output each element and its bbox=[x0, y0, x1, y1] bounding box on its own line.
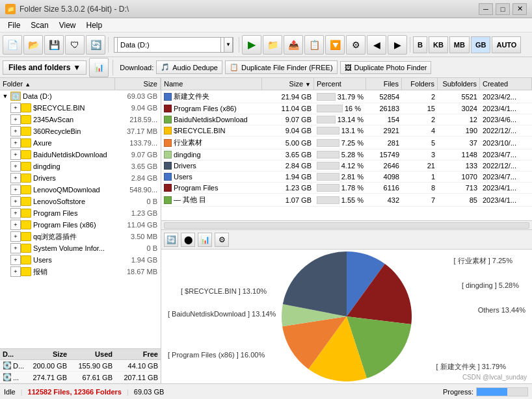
folder-column-header[interactable]: Folder ▲ bbox=[0, 78, 115, 90]
path-input[interactable]: Data (D:) bbox=[117, 37, 221, 53]
scan-dir-button[interactable]: 📁 bbox=[263, 35, 282, 55]
file-list-row[interactable]: $RECYCLE.BIN 9.04 GB 13.1 % 2921 4 190 2… bbox=[161, 125, 532, 136]
refresh-button[interactable]: 🔄 bbox=[86, 35, 105, 55]
file-list-body[interactable]: 新建文件夹 21.94 GB 31.79 % 52854 2 5521 2023… bbox=[161, 90, 532, 216]
menu-scan[interactable]: Scan bbox=[25, 19, 53, 31]
shield-button[interactable]: 🛡 bbox=[65, 35, 85, 55]
tree-item[interactable]: +2345AvScan218.59... bbox=[0, 114, 161, 125]
size-col-header[interactable]: Size ▼ bbox=[262, 78, 314, 90]
forward-button[interactable]: ▶ bbox=[388, 35, 407, 55]
files-folders-button[interactable]: Files and folders ▼ bbox=[3, 60, 86, 75]
chart-refresh-button[interactable]: 🔄 bbox=[164, 233, 178, 247]
file-list-row[interactable]: Program Files 1.23 GB 1.78 % 6116 8 713 … bbox=[161, 183, 532, 194]
tree-item[interactable]: +$RECYCLE.BIN9.04 GB bbox=[0, 102, 161, 114]
tree-item[interactable]: +System Volume Infor...0 B bbox=[0, 242, 161, 254]
duplicate-photo-label: Duplicate Photo Finder bbox=[354, 64, 427, 71]
chart-area: [ 新建文件夹 ] 31.79% [ Program Files (x86) ]… bbox=[161, 250, 532, 383]
new-button[interactable]: 📄 bbox=[3, 35, 22, 55]
clipboard-button[interactable]: 📋 bbox=[304, 35, 324, 55]
horizontal-scrollbar[interactable] bbox=[164, 222, 529, 229]
tree-item[interactable]: +dingding3.65 GB bbox=[0, 161, 161, 172]
expand-button[interactable]: + bbox=[10, 196, 21, 207]
drive-row[interactable]: 💽 D... 200.00 GB 155.90 GB 44.10 GB bbox=[0, 360, 161, 372]
expand-button[interactable]: + bbox=[10, 208, 21, 218]
created-col-header[interactable]: Created bbox=[480, 78, 532, 90]
toolbar2-icon-button[interactable]: 📊 bbox=[89, 58, 109, 77]
tree-item[interactable]: +Drivers2.84 GB bbox=[0, 172, 161, 184]
expand-button[interactable]: + bbox=[10, 243, 21, 253]
file-list-row[interactable]: 新建文件夹 21.94 GB 31.79 % 52854 2 5521 2023… bbox=[161, 90, 532, 103]
drive-row[interactable]: 💽 ... 274.71 GB 67.61 GB 207.11 GB bbox=[0, 372, 161, 383]
file-cell-files: 2646 bbox=[366, 161, 402, 170]
expand-button[interactable]: ▼ bbox=[0, 91, 10, 101]
kb-button[interactable]: KB bbox=[429, 36, 448, 53]
subfolders-col-header[interactable]: Subfolders bbox=[438, 78, 480, 90]
chart-options-button[interactable]: ⚙ bbox=[215, 233, 229, 247]
tree-item[interactable]: +LenovoSoftstore0 B bbox=[0, 196, 161, 207]
folder-tree[interactable]: ▼💿Data (D:)69.03 GB+$RECYCLE.BIN9.04 GB+… bbox=[0, 90, 161, 348]
export-button[interactable]: 📤 bbox=[284, 35, 303, 55]
tree-item[interactable]: ▼💿Data (D:)69.03 GB bbox=[0, 90, 161, 102]
expand-button[interactable]: + bbox=[10, 114, 21, 125]
file-list-row[interactable]: dingding 3.65 GB 5.28 % 15749 3 1148 202… bbox=[161, 149, 532, 161]
file-list-row[interactable]: Program Files (x86) 11.04 GB 16 % 26183 … bbox=[161, 103, 532, 114]
minimize-button[interactable]: ─ bbox=[479, 3, 493, 15]
expand-button[interactable]: + bbox=[10, 173, 21, 183]
expand-button[interactable]: + bbox=[10, 126, 21, 136]
back-button[interactable]: ◀ bbox=[367, 35, 386, 55]
expand-button[interactable]: + bbox=[10, 255, 21, 265]
b-button[interactable]: B bbox=[413, 36, 427, 53]
tree-item-size: 3.65 GB bbox=[117, 162, 159, 170]
size-column-header[interactable]: Size bbox=[115, 78, 161, 90]
expand-button[interactable]: + bbox=[10, 220, 21, 230]
chart-bar-button[interactable]: 📊 bbox=[198, 233, 212, 247]
file-list-row[interactable]: 行业素材 5.00 GB 7.25 % 281 5 37 2023/10/... bbox=[161, 136, 532, 149]
tree-item[interactable]: +LenovoQMDownload548.90... bbox=[0, 184, 161, 196]
tree-item[interactable]: +Program Files (x86)11.04 GB bbox=[0, 219, 161, 231]
file-list-row[interactable]: BaiduNetdiskDownload 9.07 GB 13.14 % 154… bbox=[161, 114, 532, 125]
play-button[interactable]: ▶ bbox=[242, 35, 261, 55]
expand-button[interactable]: + bbox=[10, 138, 21, 148]
expand-button[interactable]: + bbox=[10, 149, 21, 160]
tree-item[interactable]: +Program Files1.23 GB bbox=[0, 207, 161, 219]
duplicate-photo-button[interactable]: 🖼 Duplicate Photo Finder bbox=[340, 61, 432, 74]
name-col-header[interactable]: Name bbox=[161, 78, 262, 90]
pct-col-header[interactable]: Percent bbox=[314, 78, 366, 90]
tree-item[interactable]: +报销18.67 MB bbox=[0, 266, 161, 277]
file-cell-subfolders: 5521 bbox=[438, 92, 480, 101]
expand-button[interactable]: + bbox=[10, 231, 21, 242]
tree-item[interactable]: +Axure133.79... bbox=[0, 137, 161, 149]
menu-help[interactable]: Help bbox=[81, 19, 108, 31]
menu-file[interactable]: File bbox=[3, 19, 25, 31]
duplicate-finder-button[interactable]: 📋 Duplicate File Finder (FREE) bbox=[225, 60, 338, 74]
folders-col-header[interactable]: Folders bbox=[402, 78, 438, 90]
path-dropdown[interactable]: ▼ bbox=[224, 37, 233, 53]
auto-button[interactable]: AUTO bbox=[492, 36, 521, 53]
gb-button[interactable]: GB bbox=[471, 36, 491, 53]
folder-color-icon bbox=[164, 162, 172, 170]
expand-button[interactable]: + bbox=[10, 103, 21, 113]
tree-item[interactable]: +Users1.94 GB bbox=[0, 254, 161, 266]
expand-button[interactable]: + bbox=[10, 266, 21, 277]
close-button[interactable]: ✕ bbox=[512, 3, 527, 15]
options-button[interactable]: ⚙ bbox=[346, 35, 366, 55]
chart-pie-button[interactable]: ⬤ bbox=[181, 233, 195, 247]
filter-button[interactable]: 🔽 bbox=[325, 35, 345, 55]
menu-view[interactable]: View bbox=[54, 19, 81, 31]
file-list-row[interactable]: Users 1.94 GB 2.81 % 4098 1 1070 2023/4/… bbox=[161, 172, 532, 183]
expand-button[interactable]: + bbox=[10, 185, 21, 195]
expand-button[interactable]: + bbox=[10, 161, 21, 172]
file-list-row[interactable]: Drivers 2.84 GB 4.12 % 2646 21 133 2022/… bbox=[161, 161, 532, 172]
open-button[interactable]: 📂 bbox=[23, 35, 43, 55]
file-list-row[interactable]: — 其他 目 1.07 GB 1.55 % 432 7 85 2023/4/1.… bbox=[161, 194, 532, 207]
label-program-files-x86: [ Program Files (x86) ] 16.00% bbox=[168, 351, 265, 359]
mb-button[interactable]: MB bbox=[449, 36, 470, 53]
audio-dedupe-button[interactable]: 🎵 Audio Dedupe bbox=[156, 60, 222, 74]
files-col-header[interactable]: Files bbox=[366, 78, 402, 90]
tree-item[interactable]: +qq浏览器插件3.50 MB bbox=[0, 231, 161, 242]
save-button[interactable]: 💾 bbox=[44, 35, 64, 55]
file-cell-folders: 4 bbox=[402, 126, 438, 135]
tree-item[interactable]: +360RecycleBin37.17 MB bbox=[0, 125, 161, 137]
tree-item[interactable]: +BaiduNetdiskDownload9.07 GB bbox=[0, 149, 161, 161]
maximize-button[interactable]: □ bbox=[496, 3, 510, 15]
